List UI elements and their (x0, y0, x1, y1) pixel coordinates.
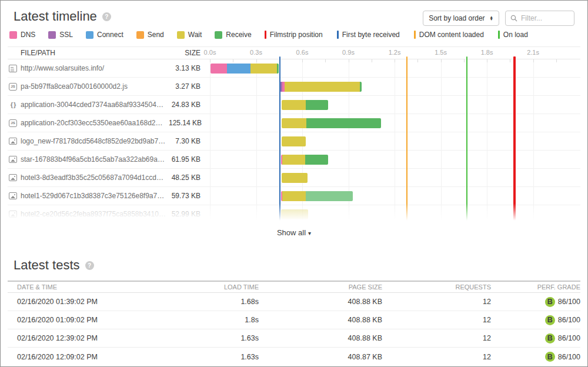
grade-badge: B (545, 333, 555, 343)
image-icon (9, 174, 17, 181)
tests-title: Latest tests (14, 258, 80, 273)
legend-item-connect: Connect (86, 31, 123, 39)
timeline-row-left: star-167883b4f96a5cb16c5ab7aa322ab69af0f… (8, 155, 205, 164)
test-page-size: 408.88 KB (259, 334, 382, 342)
file-path: logo_new-f78178dcd5648cf852de92bd9ab7c68… (21, 137, 169, 145)
timeline-row-left: logo_new-f78178dcd5648cf852de92bd9ab7c68… (8, 137, 205, 145)
file-size: 59.73 KB (169, 192, 205, 200)
legend-label: Filmstrip position (270, 31, 323, 39)
timeline-row[interactable]: hotel2-ce20d56c2feba8937f75ca5858b3410c7… (8, 205, 580, 223)
legend-item-dns: DNS (9, 31, 35, 39)
legend-item-ssl: SSL (48, 31, 73, 39)
test-page-size: 408.87 KB (259, 353, 382, 361)
file-path: application-30044cded7374aa68af9334504e6… (21, 101, 169, 109)
grade-badge: B (545, 352, 555, 362)
timeline-row[interactable]: pa-5b97ffa8cea07b00160000d2.js3.27 KB (8, 78, 580, 96)
tests-row[interactable]: 02/16/2020 01:09:02 PM1.8s408.88 KB12B86… (8, 311, 580, 329)
test-load-time: 1.63s (171, 353, 259, 361)
file-size: 7.30 KB (169, 137, 205, 145)
timeline-row-left: http://www.solarsuites.info/3.13 KB (8, 64, 205, 72)
tests-table: DATE & TIME LOAD TIME PAGE SIZE REQUESTS… (8, 281, 580, 366)
grade-score: 86/100 (558, 316, 580, 324)
grade-score: 86/100 (558, 334, 580, 342)
requests-column-header: REQUESTS (382, 283, 491, 291)
file-path: hotel3-8d3eadf3b35c25c05687a7094d1ccd0c8… (21, 174, 169, 182)
image-icon (9, 192, 17, 199)
tests-row[interactable]: 02/16/2020 12:09:02 PM1.63s408.87 KB12B8… (8, 348, 580, 366)
test-load-time: 1.8s (171, 316, 259, 324)
tests-row[interactable]: 02/16/2020 01:39:02 PM1.68s408.88 KB12B8… (8, 293, 580, 311)
search-icon (510, 15, 517, 22)
legend-label: First byte received (342, 31, 400, 39)
grade-badge: B (545, 315, 555, 325)
image-icon (9, 138, 17, 145)
ssl-swatch (48, 31, 56, 39)
first_byte-marker-swatch (337, 31, 339, 39)
filter-box[interactable] (505, 11, 574, 26)
js-icon (9, 119, 17, 127)
legend-label: Connect (97, 31, 123, 39)
file-size: 3.13 KB (169, 64, 205, 72)
image-icon (9, 156, 17, 163)
legend-item-first_byte: First byte received (337, 31, 400, 39)
legend-label: SSL (59, 31, 73, 39)
test-datetime: 02/16/2020 12:09:02 PM (8, 353, 171, 361)
legend-item-dom_loaded: DOM content loaded (414, 31, 484, 39)
legend-label: On load (503, 31, 528, 39)
legend-label: Send (148, 31, 164, 39)
grade-score: 86/100 (558, 353, 580, 361)
sort-dropdown[interactable]: Sort by load order ▲▼ (423, 11, 499, 26)
test-datetime: 02/16/2020 01:39:02 PM (8, 298, 171, 306)
legend-label: Wait (188, 31, 202, 39)
filmstrip-marker-swatch (265, 31, 266, 39)
file-path: http://www.solarsuites.info/ (21, 64, 169, 72)
timeline-row[interactable]: http://www.solarsuites.info/3.13 KB (8, 59, 580, 78)
file-size: 3.27 KB (169, 82, 205, 91)
timeline-row[interactable]: application-20cf303ecc5350eae60aa168d23a… (8, 114, 580, 132)
on_load-marker-swatch (498, 31, 500, 39)
test-page-size: 408.88 KB (259, 316, 382, 324)
test-perf-grade: B86/100 (491, 352, 580, 362)
filter-input[interactable] (521, 14, 568, 22)
file-size: 52.99 KB (169, 210, 205, 218)
timeline-legend: DNSSSLConnectSendWaitReceive Filmstrip p… (9, 31, 587, 39)
legend-item-filmstrip: Filmstrip position (265, 31, 323, 39)
help-icon[interactable]: ? (102, 12, 111, 21)
timeline-row[interactable]: hotel3-8d3eadf3b35c25c05687a7094d1ccd0c8… (8, 169, 580, 187)
updown-arrows-icon: ▲▼ (490, 16, 493, 21)
timeline-row[interactable]: star-167883b4f96a5cb16c5ab7aa322ab69af0f… (8, 151, 580, 169)
chevron-down-icon: ▾ (308, 230, 311, 236)
timeline-row[interactable]: hotel1-529d067c1b3d8387c3e75126e8f9a73e3… (8, 187, 580, 205)
legend-item-wait: Wait (177, 31, 202, 39)
grade-badge: B (545, 297, 555, 307)
file-path: star-167883b4f96a5cb16c5ab7aa322ab69af0f… (21, 155, 169, 164)
perf-grade-column-header: PERF. GRADE (491, 283, 580, 291)
test-load-time: 1.68s (171, 298, 259, 306)
css-icon (9, 101, 17, 108)
show-all-button[interactable]: Show all▾ (1, 228, 587, 237)
timeline-row[interactable]: logo_new-f78178dcd5648cf852de92bd9ab7c68… (8, 132, 580, 151)
js-icon (9, 83, 17, 91)
timeline-table: FILE/PATH SIZE http://www.solarsuites.in… (8, 46, 580, 223)
connect-swatch (86, 31, 93, 39)
file-size: 125.14 KB (169, 119, 205, 127)
file-size: 61.95 KB (169, 155, 205, 164)
timeline-row-left: pa-5b97ffa8cea07b00160000d2.js3.27 KB (8, 82, 205, 91)
timeline-row[interactable]: application-30044cded7374aa68af9334504e6… (8, 96, 580, 114)
file-size: 48.25 KB (169, 174, 205, 182)
test-datetime: 02/16/2020 01:09:02 PM (8, 316, 171, 324)
dns-swatch (9, 31, 17, 39)
timeline-rows: http://www.solarsuites.info/3.13 KBpa-5b… (8, 59, 580, 223)
file-path: pa-5b97ffa8cea07b00160000d2.js (21, 82, 169, 91)
help-icon[interactable]: ? (85, 261, 94, 270)
tests-row[interactable]: 02/16/2020 12:39:02 PM1.63s408.88 KB12B8… (8, 329, 580, 348)
size-column-header: SIZE (164, 49, 205, 57)
test-requests: 12 (382, 298, 491, 306)
legend-label: DNS (21, 31, 35, 39)
test-requests: 12 (382, 316, 491, 324)
test-load-time: 1.63s (171, 334, 259, 342)
timeline-row-left: hotel2-ce20d56c2feba8937f75ca5858b3410c7… (8, 210, 205, 218)
timeline-row-left: hotel1-529d067c1b3d8387c3e75126e8f9a73e3… (8, 192, 205, 200)
legend-item-on_load: On load (498, 31, 528, 39)
timeline-row-left: application-20cf303ecc5350eae60aa168d23a… (8, 119, 205, 127)
